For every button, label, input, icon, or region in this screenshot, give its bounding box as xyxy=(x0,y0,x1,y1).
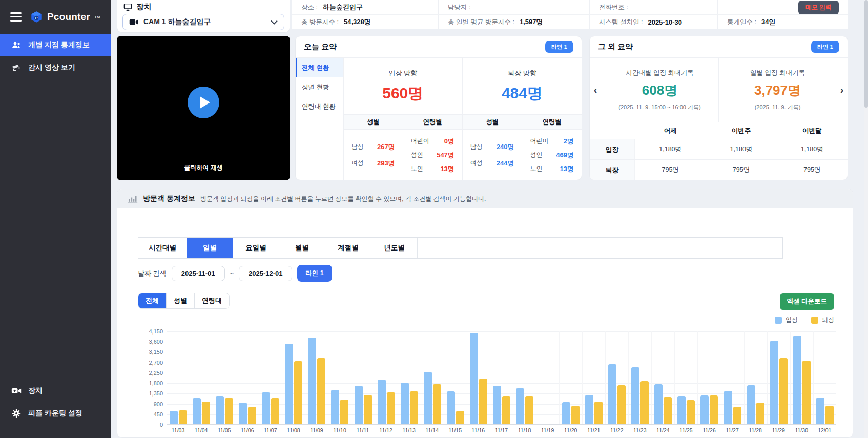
tab-seasonal[interactable]: 계절별 xyxy=(325,238,371,258)
bar-입장[interactable] xyxy=(585,395,593,424)
sidebar-item-watch-video[interactable]: 감시 영상 보기 xyxy=(0,56,111,79)
tab-yearly[interactable]: 년도별 xyxy=(371,238,418,258)
logo-cube-icon: P xyxy=(30,10,43,24)
bar-입장[interactable] xyxy=(470,333,478,424)
bar-퇴장[interactable] xyxy=(687,400,695,424)
bar-입장[interactable] xyxy=(331,390,339,424)
bar-퇴장[interactable] xyxy=(525,396,533,424)
carousel-left-icon[interactable]: ‹ xyxy=(590,58,601,122)
bar-퇴장[interactable] xyxy=(779,358,788,424)
exit-male-row: 남성240명 xyxy=(470,142,514,152)
sidebar-item-devices[interactable]: 장치 xyxy=(0,380,111,402)
bar-group xyxy=(790,331,813,424)
bar-입장[interactable] xyxy=(631,367,639,424)
bar-입장[interactable] xyxy=(724,391,732,424)
tab-hourly[interactable]: 시간대별 xyxy=(138,238,187,258)
tab-weekday[interactable]: 요일별 xyxy=(233,238,279,258)
bar-퇴장[interactable] xyxy=(317,358,325,424)
bar-퇴장[interactable] xyxy=(271,398,279,424)
bar-입장[interactable] xyxy=(608,364,616,424)
bar-입장[interactable] xyxy=(493,386,501,425)
bar-퇴장[interactable] xyxy=(548,424,556,424)
bar-입장[interactable] xyxy=(700,395,709,424)
bar-퇴장[interactable] xyxy=(802,361,811,425)
bar-퇴장[interactable] xyxy=(456,411,464,424)
bar-입장[interactable] xyxy=(516,388,524,424)
bar-입장[interactable] xyxy=(677,396,686,424)
bar-group xyxy=(536,331,559,424)
bar-퇴장[interactable] xyxy=(640,381,649,424)
bar-퇴장[interactable] xyxy=(825,406,834,424)
tab-gender-status[interactable]: 성별 현황 xyxy=(296,77,343,97)
bar-입장[interactable] xyxy=(170,411,178,424)
play-button[interactable] xyxy=(188,87,219,118)
bar-퇴장[interactable] xyxy=(364,395,372,424)
bar-퇴장[interactable] xyxy=(594,402,603,424)
bar-퇴장[interactable] xyxy=(710,395,718,424)
bar-입장[interactable] xyxy=(262,392,270,424)
bar-퇴장[interactable] xyxy=(502,396,510,424)
bar-퇴장[interactable] xyxy=(387,392,395,424)
bar-퇴장[interactable] xyxy=(617,385,626,424)
tab-monthly[interactable]: 월별 xyxy=(279,238,325,258)
filter-all[interactable]: 전체 xyxy=(138,293,167,308)
legend-item-퇴장[interactable]: 퇴장 xyxy=(811,316,834,324)
page-scrollbar[interactable] xyxy=(864,0,868,438)
tab-age-status[interactable]: 연령대 현황 xyxy=(296,97,343,116)
enter-female-row: 여성293명 xyxy=(352,159,395,168)
bar-퇴장[interactable] xyxy=(202,402,210,424)
memo-input-button[interactable]: 메모 입력 xyxy=(798,1,839,14)
bar-입장[interactable] xyxy=(378,380,386,424)
bar-입장[interactable] xyxy=(401,383,409,424)
video-player[interactable]: 클릭하여 재생 xyxy=(117,36,290,180)
date-to-input[interactable] xyxy=(239,266,292,281)
bar-퇴장[interactable] xyxy=(294,361,302,424)
bar-group xyxy=(490,331,513,424)
bar-group xyxy=(651,331,674,424)
bar-입장[interactable] xyxy=(193,398,201,424)
bar-퇴장[interactable] xyxy=(756,403,764,425)
filter-age[interactable]: 연령대 xyxy=(195,293,229,308)
bar-퇴장[interactable] xyxy=(433,384,441,424)
filter-gender[interactable]: 성별 xyxy=(167,293,195,308)
bar-입장[interactable] xyxy=(654,384,663,424)
excel-download-button[interactable]: 엑셀 다운로드 xyxy=(780,293,834,310)
bar-입장[interactable] xyxy=(770,341,778,424)
tab-overall-status[interactable]: 전체 현황 xyxy=(296,58,343,77)
bar-퇴장[interactable] xyxy=(248,407,256,424)
bar-입장[interactable] xyxy=(447,391,455,424)
bar-퇴장[interactable] xyxy=(664,397,672,424)
bar-퇴장[interactable] xyxy=(340,400,348,425)
bar-입장[interactable] xyxy=(562,402,570,424)
enter-adult-row: 성인547명 xyxy=(411,151,454,160)
sidebar-item-branch-stats[interactable]: 개별 지점 통계정보 xyxy=(0,34,111,56)
sidebar-item-counting-settings[interactable]: 피플 카운팅 설정 xyxy=(0,402,111,425)
bar-입장[interactable] xyxy=(747,385,755,424)
bar-퇴장[interactable] xyxy=(571,406,580,424)
line-select-button[interactable]: 라인 1 xyxy=(297,265,332,282)
bar-입장[interactable] xyxy=(539,424,547,424)
carousel-right-icon[interactable]: › xyxy=(836,58,848,122)
bar-퇴장[interactable] xyxy=(733,407,741,424)
bar-퇴장[interactable] xyxy=(179,410,187,424)
tab-daily[interactable]: 일별 xyxy=(187,238,233,258)
x-axis-tick: 11/28 xyxy=(744,427,767,433)
scrollbar-thumb[interactable] xyxy=(864,0,868,108)
date-from-input[interactable] xyxy=(172,266,225,281)
bar-입장[interactable] xyxy=(793,336,801,424)
line-badge[interactable]: 라인 1 xyxy=(811,41,839,53)
bar-입장[interactable] xyxy=(816,398,824,424)
bar-입장[interactable] xyxy=(216,396,224,424)
bar-입장[interactable] xyxy=(424,372,432,424)
bar-입장[interactable] xyxy=(308,338,316,424)
bar-퇴장[interactable] xyxy=(225,398,233,424)
line-badge[interactable]: 라인 1 xyxy=(545,41,573,53)
bar-퇴장[interactable] xyxy=(410,391,418,424)
camera-select[interactable]: CAM 1 하늘숲길입구 xyxy=(122,14,284,30)
legend-item-입장[interactable]: 입장 xyxy=(775,316,798,324)
menu-hamburger-icon[interactable] xyxy=(10,12,22,22)
bar-입장[interactable] xyxy=(355,386,363,425)
bar-입장[interactable] xyxy=(285,344,293,424)
bar-퇴장[interactable] xyxy=(479,379,487,424)
bar-입장[interactable] xyxy=(239,403,247,425)
